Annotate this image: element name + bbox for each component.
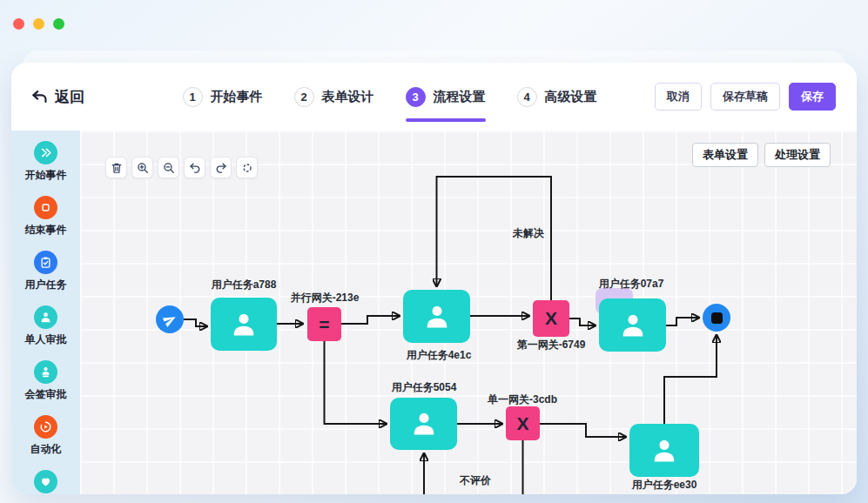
step-indicator: 1 开始事件 2 表单设计 3 流程设置 4 高级设置 <box>135 87 644 107</box>
zoom-in-icon <box>137 162 149 174</box>
zoom-in-button[interactable] <box>131 157 153 178</box>
back-button[interactable]: 返回 <box>30 87 135 107</box>
back-arrow-icon <box>30 88 48 105</box>
parallel-gateway-symbol: = <box>319 314 329 335</box>
palette-label: 开始事件 <box>25 168 67 183</box>
minimize-window-button[interactable] <box>33 18 44 30</box>
redo-icon <box>215 162 227 174</box>
undo-icon <box>189 162 201 174</box>
single-gateway-node[interactable]: X <box>506 406 540 440</box>
edge-ee30-to-end[interactable] <box>664 336 717 424</box>
step-4-label: 高级设置 <box>545 89 597 105</box>
person-icon <box>421 301 453 332</box>
task-node-a788[interactable] <box>211 298 277 351</box>
step-1-start-event[interactable]: 1 开始事件 <box>183 87 263 107</box>
step-3-process-settings[interactable]: 3 流程设置 <box>406 87 486 107</box>
palette-item-countersign-approval[interactable]: 会签审批 <box>25 360 67 402</box>
person-icon <box>34 305 57 329</box>
undo-button[interactable] <box>184 157 205 178</box>
node-label-4e1c: 用户任务4e1c <box>407 348 472 363</box>
node-label-parallel-gateway: 并行网关-213e <box>291 291 360 305</box>
task-node-4e1c[interactable] <box>403 290 470 343</box>
first-gateway-node[interactable]: X <box>533 300 569 337</box>
edge-single-gateway-to-ee30[interactable] <box>540 424 625 437</box>
stop-square-icon <box>711 312 723 324</box>
workflow-designer-window: 返回 1 开始事件 2 表单设计 3 流程设置 4 高级设置 取消 保存草稿 保 <box>11 63 857 494</box>
stop-icon <box>34 196 57 219</box>
paper-plane-icon <box>160 310 180 330</box>
palette-label: 单人审批 <box>25 332 67 347</box>
end-event-node[interactable] <box>703 304 730 332</box>
automation-icon <box>34 415 57 439</box>
node-palette-sidebar: 开始事件 结束事件 用户任务 单人审批 <box>11 131 80 494</box>
node-label-single-gateway: 单一网关-3cdb <box>488 392 557 407</box>
node-label-5054: 用户任务5054 <box>392 380 457 395</box>
trash-icon <box>111 162 123 174</box>
node-label-07a7: 用户任务07a7 <box>599 277 664 292</box>
back-label: 返回 <box>55 87 84 107</box>
node-label-first-gateway: 第一网关-6749 <box>517 338 586 352</box>
palette-label: 自动化 <box>30 442 62 457</box>
save-draft-button[interactable]: 保存草稿 <box>710 83 780 111</box>
task-node-ee30[interactable] <box>629 424 699 477</box>
form-settings-button[interactable]: 表单设置 <box>692 143 758 167</box>
step-3-label: 流程设置 <box>434 89 486 105</box>
header: 返回 1 开始事件 2 表单设计 3 流程设置 4 高级设置 取消 保存草稿 保 <box>11 63 857 131</box>
canvas-settings-buttons: 表单设置 处理设置 <box>692 143 831 167</box>
palette-label: 用户任务 <box>25 278 67 292</box>
palette-item-end-event[interactable]: 结束事件 <box>25 196 67 238</box>
designer-body: 开始事件 结束事件 用户任务 单人审批 <box>11 131 857 494</box>
person-icon <box>649 435 680 466</box>
palette-label: 结束事件 <box>25 223 67 238</box>
fast-forward-icon <box>34 141 57 164</box>
maximize-window-button[interactable] <box>53 18 64 30</box>
step-2-form-design[interactable]: 2 表单设计 <box>294 87 374 107</box>
start-event-node[interactable] <box>156 305 184 333</box>
edge-07a7-to-end[interactable] <box>666 318 698 325</box>
person-icon <box>617 310 649 341</box>
edge-label-no-review: 不评价 <box>460 473 491 488</box>
node-label-ee30: 用户任务ee30 <box>632 478 697 493</box>
palette-label: 会签审批 <box>25 387 67 402</box>
exclusive-gateway-symbol: X <box>545 308 557 329</box>
step-4-number: 4 <box>517 87 537 107</box>
step-2-label: 表单设计 <box>322 89 374 105</box>
edge-start-to-a788[interactable] <box>184 319 206 326</box>
delete-button[interactable] <box>105 157 127 178</box>
reset-view-button[interactable] <box>236 157 258 178</box>
canvas-toolbar <box>105 157 258 178</box>
header-actions: 取消 保存草稿 保存 <box>644 83 836 111</box>
save-button[interactable]: 保存 <box>789 83 836 111</box>
person-icon <box>408 408 440 439</box>
parallel-gateway-node[interactable]: = <box>307 307 341 341</box>
process-settings-button[interactable]: 处理设置 <box>764 143 831 167</box>
heart-icon <box>34 470 57 493</box>
node-label-a788: 用户任务a788 <box>212 278 277 292</box>
edge-first-gateway-to-07a7[interactable] <box>569 319 595 325</box>
reset-icon <box>241 162 253 174</box>
palette-item-automation[interactable]: 自动化 <box>30 415 62 457</box>
task-node-07a7[interactable] <box>599 298 666 352</box>
clipboard-icon <box>34 251 57 274</box>
edge-parallel-gateway-to-5054[interactable] <box>325 341 387 424</box>
palette-item-receive-task[interactable]: 接收任务 <box>25 470 67 494</box>
person-badge-icon <box>34 360 57 384</box>
palette-item-start-event[interactable]: 开始事件 <box>25 141 67 183</box>
edge-label-unresolved: 未解决 <box>513 226 544 241</box>
exclusive-gateway-symbol: X <box>516 413 528 434</box>
edge-parallel-gateway-to-4e1c[interactable] <box>341 316 399 324</box>
palette-item-user-task[interactable]: 用户任务 <box>25 251 67 292</box>
task-node-5054[interactable] <box>390 398 457 450</box>
palette-item-single-approval[interactable]: 单人审批 <box>25 305 67 347</box>
step-4-advanced-settings[interactable]: 4 高级设置 <box>517 87 597 107</box>
close-window-button[interactable] <box>13 18 24 30</box>
step-1-number: 1 <box>183 87 203 107</box>
redo-button[interactable] <box>210 157 232 178</box>
flow-canvas[interactable]: 表单设置 处理设置 <box>80 131 857 494</box>
window-controls <box>13 18 64 30</box>
zoom-out-button[interactable] <box>158 157 179 178</box>
step-2-number: 2 <box>294 87 314 107</box>
cancel-button[interactable]: 取消 <box>655 83 702 111</box>
zoom-out-icon <box>163 162 175 174</box>
step-1-label: 开始事件 <box>211 89 263 105</box>
